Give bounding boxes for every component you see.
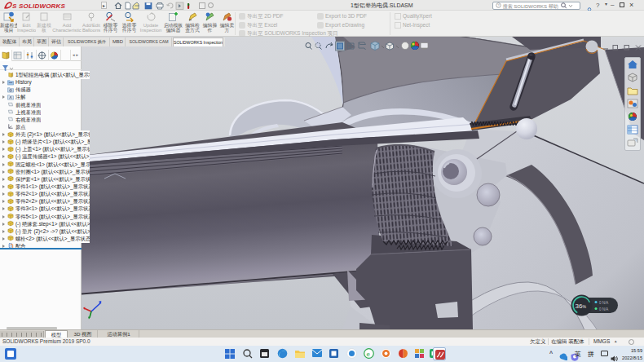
svg-text:0 N/A: 0 N/A [599, 307, 608, 311]
svg-text:S SOLIDWORKS: S SOLIDWORKS [12, 2, 66, 10]
svg-text:36%: 36% [576, 302, 587, 310]
svg-text:0 N/A: 0 N/A [599, 301, 608, 305]
svg-text:?: ? [497, 3, 500, 7]
svg-text:e: e [367, 351, 371, 358]
